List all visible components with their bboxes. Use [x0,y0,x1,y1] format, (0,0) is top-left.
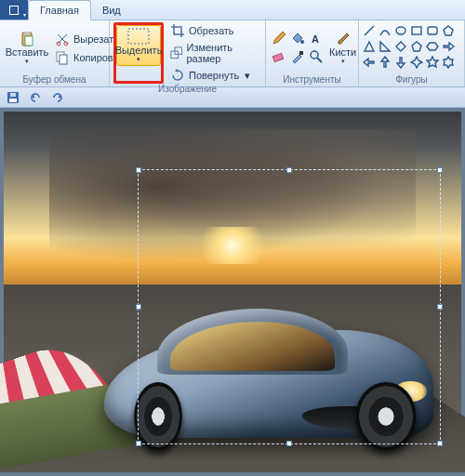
svg-line-17 [317,58,322,62]
chevron-down-icon: ▾ [23,11,26,18]
svg-rect-21 [428,27,437,34]
svg-rect-1 [10,7,18,14]
svg-rect-15 [299,51,303,55]
svg-marker-29 [427,57,438,67]
svg-rect-14 [272,53,283,61]
cut-icon [55,32,70,46]
svg-line-18 [365,26,374,35]
rotate-label: Повернуть [189,70,239,81]
selection-handle-n[interactable] [286,167,292,173]
tab-view-label: Вид [102,5,121,16]
group-clipboard: Вставить ▾ Вырезать Копировать Буфер обм… [0,20,110,86]
app-menu-button[interactable]: ▾ [0,0,28,20]
tab-home[interactable]: Главная [28,0,91,20]
shape-arrow-u-icon[interactable] [379,56,392,69]
group-clipboard-label: Буфер обмена [4,74,105,86]
group-shapes: Фигуры [359,20,465,86]
brush-icon [336,32,351,46]
selection-handle-nw[interactable] [136,167,141,173]
paste-icon [20,32,34,46]
tab-view[interactable]: Вид [91,0,132,20]
svg-marker-27 [427,43,438,50]
resize-label: Изменить размер [186,42,257,64]
resize-icon [170,46,182,60]
shape-triangle-icon[interactable] [363,40,376,53]
selection-handle-sw[interactable] [136,441,141,446]
selection-handle-ne[interactable] [437,167,443,173]
redo-icon[interactable] [50,90,65,105]
selection-handle-s[interactable] [286,441,292,446]
svg-marker-23 [365,42,374,51]
svg-text:A: A [312,33,319,45]
select-button[interactable]: Выделить ▾ [116,25,161,66]
svg-marker-28 [411,57,422,68]
crop-button[interactable]: Обрезать [167,22,259,39]
shape-curve-icon[interactable] [379,24,392,37]
select-icon [127,28,150,45]
crop-label: Обрезать [189,25,234,36]
shape-polygon-icon[interactable] [442,24,455,37]
canvas-area[interactable] [0,108,465,476]
shape-arrow-r-icon[interactable] [442,40,455,53]
select-label: Выделить [115,45,163,56]
chevron-down-icon: ▾ [245,70,250,82]
app-menu-icon [9,6,19,15]
resize-button[interactable]: Изменить размер [167,41,259,65]
svg-point-12 [300,40,304,44]
brushes-button[interactable]: Кисти ▾ [327,22,358,74]
text-icon[interactable]: A [309,31,324,46]
selection-rectangle[interactable] [138,169,441,444]
shape-oval-icon[interactable] [394,24,407,37]
save-icon[interactable] [6,90,20,105]
magnifier-icon[interactable] [309,49,324,64]
rotate-icon [170,68,185,83]
shape-hexagon-icon[interactable] [426,40,439,53]
picker-icon[interactable] [290,49,305,64]
svg-point-19 [396,27,405,34]
shape-arrow-d-icon[interactable] [394,56,407,69]
selection-handle-w[interactable] [136,304,141,310]
svg-marker-24 [380,42,390,51]
ribbon: Вставить ▾ Вырезать Копировать Буфер обм… [0,20,465,87]
shape-pentagon-icon[interactable] [410,40,423,53]
chevron-down-icon: ▾ [341,58,345,65]
fill-icon[interactable] [290,31,305,46]
pencil-icon[interactable] [272,31,286,46]
paste-button[interactable]: Вставить ▾ [4,22,50,74]
crop-icon [170,23,185,38]
svg-rect-33 [10,93,16,97]
group-image-label: Изображение [113,84,261,96]
tutorial-highlight: Выделить ▾ [113,22,164,84]
shape-star5-icon[interactable] [426,56,439,69]
shape-arrow-l-icon[interactable] [363,56,376,69]
shape-rect-icon[interactable] [410,24,423,37]
shape-roundrect-icon[interactable] [426,24,439,37]
svg-rect-9 [128,29,149,44]
svg-rect-3 [24,32,30,34]
shapes-gallery[interactable] [363,22,457,74]
group-tools: A Кисти ▾ Инструменты [266,20,359,86]
brushes-label: Кисти [329,46,356,58]
svg-marker-26 [412,42,421,51]
svg-rect-20 [412,27,421,34]
svg-rect-8 [60,55,67,64]
shape-star6-icon[interactable] [442,56,455,69]
selection-handle-se[interactable] [437,441,443,446]
title-bar: ▾ Главная Вид [0,0,465,20]
eraser-icon[interactable] [272,49,286,64]
svg-marker-25 [396,42,405,51]
svg-marker-30 [444,57,453,68]
svg-rect-32 [9,99,17,102]
shape-line-icon[interactable] [363,24,376,37]
undo-icon[interactable] [28,90,43,105]
svg-marker-22 [444,26,453,35]
svg-point-16 [311,51,318,59]
tab-home-label: Главная [40,5,79,16]
shape-rtriangle-icon[interactable] [379,40,392,53]
paste-label: Вставить [6,46,49,58]
group-tools-label: Инструменты [270,74,354,86]
selection-handle-e[interactable] [437,304,443,310]
shape-diamond-icon[interactable] [394,40,407,53]
rotate-button[interactable]: Повернуть ▾ [167,67,259,84]
shape-star4-icon[interactable] [410,56,423,69]
